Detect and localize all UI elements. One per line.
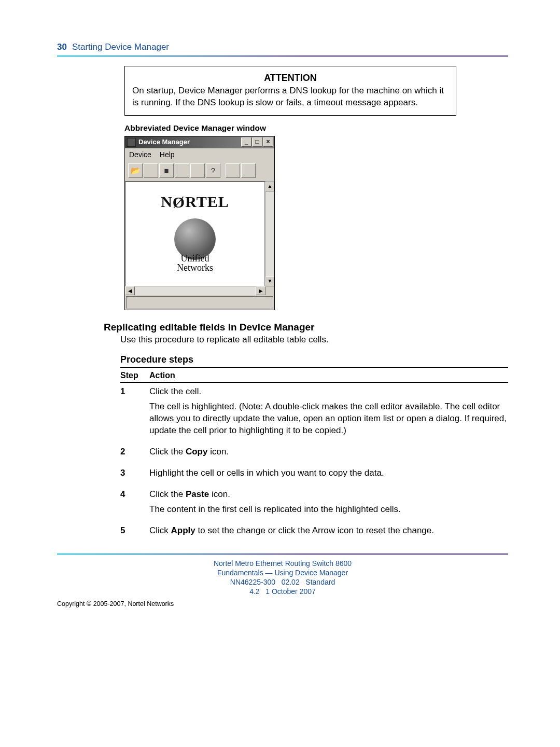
figure-caption: Abbreviated Device Manager window bbox=[124, 123, 456, 134]
step-num: 5 bbox=[120, 522, 149, 543]
table-row: 5 Click Apply to set the change or click… bbox=[120, 522, 508, 543]
scroll-up-icon[interactable]: ▲ bbox=[265, 182, 274, 191]
logo-part-3: RTEL bbox=[185, 193, 229, 210]
logo-part-2: Ø bbox=[173, 192, 185, 213]
step-note: The cell is highlighted. (Note: A double… bbox=[149, 401, 508, 437]
step-text: Click Apply to set the change or click t… bbox=[149, 525, 508, 537]
window-title: Device Manager bbox=[138, 137, 241, 147]
menu-help[interactable]: Help bbox=[160, 150, 175, 160]
toolbar: 📂 ■ ? bbox=[125, 161, 274, 182]
help-icon[interactable]: ? bbox=[206, 163, 220, 178]
canvas-area: NØRTEL Unified Networks bbox=[125, 182, 265, 286]
copyright: Copyright © 2005-2007, Nortel Networks bbox=[57, 600, 508, 608]
scroll-right-icon[interactable]: ▶ bbox=[256, 286, 265, 295]
step-action: Click the cell. The cell is highlighted.… bbox=[149, 382, 508, 443]
step-action: Click the Copy icon. bbox=[149, 443, 508, 464]
attention-title: ATTENTION bbox=[132, 72, 449, 84]
vscroll-track[interactable] bbox=[265, 191, 274, 276]
step-note: The content in the first cell is replica… bbox=[149, 504, 508, 516]
open-icon[interactable]: 📂 bbox=[128, 163, 143, 178]
footer-line: Fundamentals — Using Device Manager bbox=[57, 568, 508, 577]
step-text: Click the cell. bbox=[149, 386, 508, 398]
hscroll-track[interactable] bbox=[135, 286, 256, 295]
tagline: Unified Networks bbox=[177, 254, 213, 272]
vertical-scrollbar[interactable]: ▲ ▼ bbox=[265, 182, 274, 286]
footer-line: Nortel Metro Ethernet Routing Switch 860… bbox=[57, 559, 508, 568]
menu-device[interactable]: Device bbox=[129, 150, 151, 160]
horizontal-scrollbar[interactable]: ◀ ▶ bbox=[125, 286, 274, 295]
attention-box: ATTENTION On startup, Device Manager per… bbox=[124, 66, 456, 116]
nortel-logo: NØRTEL bbox=[125, 191, 264, 213]
step-num: 1 bbox=[120, 382, 149, 443]
step-num: 2 bbox=[120, 443, 149, 464]
minimize-button[interactable]: _ bbox=[241, 137, 251, 147]
toolbar-button-2[interactable] bbox=[144, 163, 158, 178]
tagline-line2: Networks bbox=[177, 263, 213, 272]
maximize-button[interactable]: □ bbox=[252, 137, 262, 147]
step-action: Highlight the cell or cells in which you… bbox=[149, 464, 508, 486]
table-row: 2 Click the Copy icon. bbox=[120, 443, 508, 464]
procedure-title: Procedure steps bbox=[120, 353, 508, 368]
col-step: Step bbox=[120, 369, 149, 383]
step-text: Highlight the cell or cells in which you… bbox=[149, 467, 508, 479]
stop-icon[interactable]: ■ bbox=[159, 163, 174, 178]
footer-rule bbox=[57, 554, 508, 555]
page-number: 30 bbox=[57, 42, 67, 53]
step-num: 3 bbox=[120, 464, 149, 486]
toolbar-button-7[interactable] bbox=[226, 163, 240, 178]
status-bar bbox=[126, 296, 273, 309]
tagline-line1: Unified bbox=[177, 254, 213, 263]
scroll-corner bbox=[265, 286, 274, 295]
page: 30 Starting Device Manager ATTENTION On … bbox=[0, 0, 560, 747]
logo-part-1: N bbox=[161, 193, 173, 210]
step-text: Click the Copy icon. bbox=[149, 446, 508, 458]
menu-bar: Device Help bbox=[125, 148, 274, 161]
app-icon bbox=[127, 138, 136, 147]
toolbar-button-5[interactable] bbox=[190, 163, 205, 178]
footer-block: Nortel Metro Ethernet Routing Switch 860… bbox=[57, 559, 508, 597]
table-row: 3 Highlight the cell or cells in which y… bbox=[120, 464, 508, 486]
header-title: Starting Device Manager bbox=[72, 42, 169, 53]
step-text: Click the Paste icon. bbox=[149, 489, 508, 501]
running-header: 30 Starting Device Manager bbox=[57, 42, 508, 53]
device-manager-window: Device Manager _ □ × Device Help 📂 ■ ? bbox=[124, 136, 275, 310]
table-row: 1 Click the cell. The cell is highlighte… bbox=[120, 382, 508, 443]
table-row: 4 Click the Paste icon. The content in t… bbox=[120, 486, 508, 522]
step-num: 4 bbox=[120, 486, 149, 522]
procedure-table: Step Action 1 Click the cell. The cell i… bbox=[120, 369, 508, 543]
footer-line: 4.2 1 October 2007 bbox=[57, 587, 508, 596]
step-action: Click Apply to set the change or click t… bbox=[149, 522, 508, 543]
footer-line: NN46225-300 02.02 Standard bbox=[57, 577, 508, 587]
section-heading: Replicating editable fields in Device Ma… bbox=[104, 321, 508, 334]
col-action: Action bbox=[149, 369, 508, 383]
close-button[interactable]: × bbox=[263, 137, 273, 147]
step-action: Click the Paste icon. The content in the… bbox=[149, 486, 508, 522]
toolbar-button-8[interactable] bbox=[241, 163, 256, 178]
scroll-left-icon[interactable]: ◀ bbox=[125, 286, 135, 295]
scroll-down-icon[interactable]: ▼ bbox=[265, 276, 274, 286]
attention-body: On startup, Device Manager performs a DN… bbox=[132, 85, 449, 109]
toolbar-button-4[interactable] bbox=[175, 163, 189, 178]
window-titlebar: Device Manager _ □ × bbox=[125, 136, 274, 148]
section-intro: Use this procedure to replicate all edit… bbox=[120, 334, 508, 346]
header-rule bbox=[57, 56, 508, 57]
